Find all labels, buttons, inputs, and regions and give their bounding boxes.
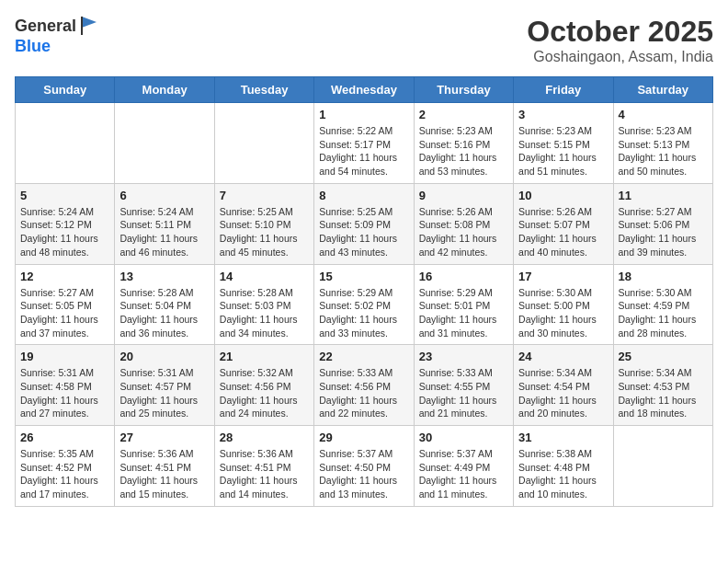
calendar-cell: 31Sunrise: 5:38 AM Sunset: 4:48 PM Dayli… <box>514 426 613 507</box>
day-number: 11 <box>619 189 708 202</box>
day-number: 14 <box>220 270 309 283</box>
day-number: 19 <box>20 350 109 363</box>
day-info: Sunrise: 5:27 AM Sunset: 5:05 PM Dayligh… <box>20 286 109 340</box>
day-number: 28 <box>220 431 309 444</box>
day-info: Sunrise: 5:33 AM Sunset: 4:56 PM Dayligh… <box>319 366 408 420</box>
weekday-header-thursday: Thursday <box>414 77 513 103</box>
logo-general-text: General <box>15 17 76 36</box>
day-info: Sunrise: 5:28 AM Sunset: 5:03 PM Dayligh… <box>220 286 309 340</box>
day-number: 3 <box>518 108 608 121</box>
calendar-cell <box>115 103 214 184</box>
calendar-cell: 8Sunrise: 5:25 AM Sunset: 5:09 PM Daylig… <box>314 183 414 264</box>
weekday-header-tuesday: Tuesday <box>214 77 313 103</box>
day-info: Sunrise: 5:30 AM Sunset: 5:00 PM Dayligh… <box>518 286 608 340</box>
weekday-header-monday: Monday <box>115 77 214 103</box>
calendar-week-row: 1Sunrise: 5:22 AM Sunset: 5:17 PM Daylig… <box>16 103 713 184</box>
calendar-week-row: 12Sunrise: 5:27 AM Sunset: 5:05 PM Dayli… <box>16 264 713 345</box>
day-number: 20 <box>119 350 209 363</box>
day-number: 1 <box>319 108 408 121</box>
calendar-cell: 3Sunrise: 5:23 AM Sunset: 5:15 PM Daylig… <box>514 103 613 184</box>
calendar-cell: 2Sunrise: 5:23 AM Sunset: 5:16 PM Daylig… <box>414 103 513 184</box>
day-number: 27 <box>119 431 209 444</box>
day-info: Sunrise: 5:35 AM Sunset: 4:52 PM Dayligh… <box>20 447 109 501</box>
day-info: Sunrise: 5:30 AM Sunset: 4:59 PM Dayligh… <box>619 286 708 340</box>
day-info: Sunrise: 5:24 AM Sunset: 5:11 PM Dayligh… <box>119 205 209 259</box>
day-number: 30 <box>419 431 508 444</box>
weekday-header-saturday: Saturday <box>613 77 712 103</box>
day-info: Sunrise: 5:28 AM Sunset: 5:04 PM Dayligh… <box>119 286 209 340</box>
day-info: Sunrise: 5:32 AM Sunset: 4:56 PM Dayligh… <box>220 366 309 420</box>
calendar-cell: 30Sunrise: 5:37 AM Sunset: 4:49 PM Dayli… <box>414 426 513 507</box>
calendar-week-row: 19Sunrise: 5:31 AM Sunset: 4:58 PM Dayli… <box>16 345 713 426</box>
title-area: October 2025 Goshaingaon, Assam, India <box>527 15 713 65</box>
calendar-cell: 23Sunrise: 5:33 AM Sunset: 4:55 PM Dayli… <box>414 345 513 426</box>
calendar-cell: 25Sunrise: 5:34 AM Sunset: 4:53 PM Dayli… <box>613 345 712 426</box>
day-info: Sunrise: 5:34 AM Sunset: 4:53 PM Dayligh… <box>619 366 708 420</box>
calendar-cell: 22Sunrise: 5:33 AM Sunset: 4:56 PM Dayli… <box>314 345 414 426</box>
calendar-cell: 15Sunrise: 5:29 AM Sunset: 5:02 PM Dayli… <box>314 264 414 345</box>
day-number: 15 <box>319 270 408 283</box>
svg-rect-1 <box>81 17 83 35</box>
day-info: Sunrise: 5:29 AM Sunset: 5:02 PM Dayligh… <box>319 286 408 340</box>
calendar-cell: 14Sunrise: 5:28 AM Sunset: 5:03 PM Dayli… <box>214 264 313 345</box>
day-number: 2 <box>419 108 508 121</box>
day-info: Sunrise: 5:22 AM Sunset: 5:17 PM Dayligh… <box>319 124 408 178</box>
calendar-cell: 26Sunrise: 5:35 AM Sunset: 4:52 PM Dayli… <box>16 426 115 507</box>
day-info: Sunrise: 5:33 AM Sunset: 4:55 PM Dayligh… <box>419 366 508 420</box>
weekday-header-sunday: Sunday <box>16 77 115 103</box>
calendar-body: 1Sunrise: 5:22 AM Sunset: 5:17 PM Daylig… <box>16 103 713 507</box>
day-info: Sunrise: 5:36 AM Sunset: 4:51 PM Dayligh… <box>220 447 309 501</box>
day-info: Sunrise: 5:37 AM Sunset: 4:50 PM Dayligh… <box>319 447 408 501</box>
day-number: 9 <box>419 189 508 202</box>
day-info: Sunrise: 5:23 AM Sunset: 5:13 PM Dayligh… <box>619 124 708 178</box>
day-number: 6 <box>119 189 209 202</box>
day-info: Sunrise: 5:31 AM Sunset: 4:57 PM Dayligh… <box>119 366 209 420</box>
day-number: 26 <box>20 431 109 444</box>
calendar-cell: 12Sunrise: 5:27 AM Sunset: 5:05 PM Dayli… <box>16 264 115 345</box>
day-info: Sunrise: 5:34 AM Sunset: 4:54 PM Dayligh… <box>518 366 608 420</box>
day-info: Sunrise: 5:26 AM Sunset: 5:08 PM Dayligh… <box>419 205 508 259</box>
calendar-cell: 17Sunrise: 5:30 AM Sunset: 5:00 PM Dayli… <box>514 264 613 345</box>
calendar-cell <box>613 426 712 507</box>
day-info: Sunrise: 5:25 AM Sunset: 5:10 PM Dayligh… <box>220 205 309 259</box>
day-number: 12 <box>20 270 109 283</box>
calendar-header: SundayMondayTuesdayWednesdayThursdayFrid… <box>16 77 713 103</box>
day-number: 17 <box>518 270 608 283</box>
day-number: 22 <box>319 350 408 363</box>
day-number: 8 <box>319 189 408 202</box>
day-number: 5 <box>20 189 109 202</box>
day-info: Sunrise: 5:38 AM Sunset: 4:48 PM Dayligh… <box>518 447 608 501</box>
calendar-cell: 10Sunrise: 5:26 AM Sunset: 5:07 PM Dayli… <box>514 183 613 264</box>
calendar-cell <box>16 103 115 184</box>
logo: General Blue <box>15 15 100 56</box>
calendar-cell: 1Sunrise: 5:22 AM Sunset: 5:17 PM Daylig… <box>314 103 414 184</box>
calendar-cell: 16Sunrise: 5:29 AM Sunset: 5:01 PM Dayli… <box>414 264 513 345</box>
day-info: Sunrise: 5:37 AM Sunset: 4:49 PM Dayligh… <box>419 447 508 501</box>
location-subtitle: Goshaingaon, Assam, India <box>527 49 713 65</box>
day-number: 7 <box>220 189 309 202</box>
weekday-header-wednesday: Wednesday <box>314 77 414 103</box>
day-number: 21 <box>220 350 309 363</box>
day-number: 4 <box>619 108 708 121</box>
svg-marker-0 <box>82 17 97 28</box>
day-number: 29 <box>319 431 408 444</box>
calendar-cell: 7Sunrise: 5:25 AM Sunset: 5:10 PM Daylig… <box>214 183 313 264</box>
day-info: Sunrise: 5:24 AM Sunset: 5:12 PM Dayligh… <box>20 205 109 259</box>
calendar-cell: 29Sunrise: 5:37 AM Sunset: 4:50 PM Dayli… <box>314 426 414 507</box>
day-info: Sunrise: 5:26 AM Sunset: 5:07 PM Dayligh… <box>518 205 608 259</box>
day-info: Sunrise: 5:27 AM Sunset: 5:06 PM Dayligh… <box>619 205 708 259</box>
calendar-cell: 18Sunrise: 5:30 AM Sunset: 4:59 PM Dayli… <box>613 264 712 345</box>
day-info: Sunrise: 5:23 AM Sunset: 5:16 PM Dayligh… <box>419 124 508 178</box>
day-number: 13 <box>119 270 209 283</box>
day-number: 25 <box>619 350 708 363</box>
calendar-cell: 13Sunrise: 5:28 AM Sunset: 5:04 PM Dayli… <box>115 264 214 345</box>
calendar-cell: 6Sunrise: 5:24 AM Sunset: 5:11 PM Daylig… <box>115 183 214 264</box>
logo-flag-icon <box>78 15 100 37</box>
day-number: 16 <box>419 270 508 283</box>
calendar-cell: 20Sunrise: 5:31 AM Sunset: 4:57 PM Dayli… <box>115 345 214 426</box>
weekday-header-row: SundayMondayTuesdayWednesdayThursdayFrid… <box>16 77 713 103</box>
calendar-cell: 21Sunrise: 5:32 AM Sunset: 4:56 PM Dayli… <box>214 345 313 426</box>
day-number: 18 <box>619 270 708 283</box>
calendar-cell: 24Sunrise: 5:34 AM Sunset: 4:54 PM Dayli… <box>514 345 613 426</box>
day-info: Sunrise: 5:25 AM Sunset: 5:09 PM Dayligh… <box>319 205 408 259</box>
